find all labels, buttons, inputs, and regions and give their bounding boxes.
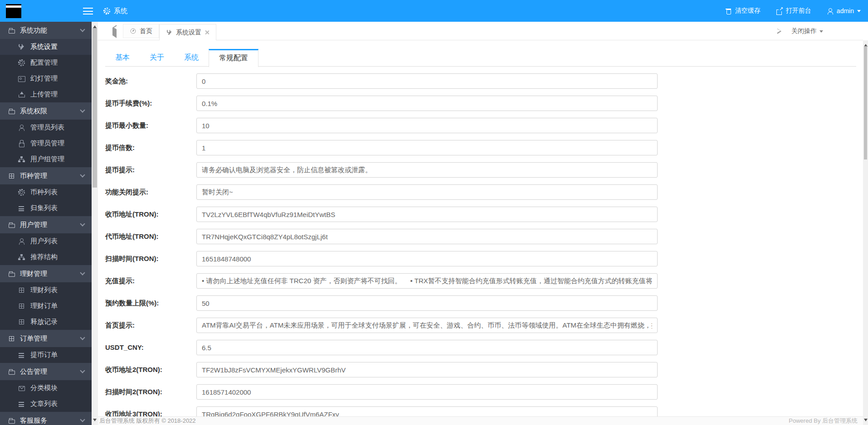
chevron-down-icon	[80, 27, 85, 32]
tab-basic[interactable]: 基本	[105, 49, 140, 66]
deposit-tip-input[interactable]	[196, 273, 658, 289]
home-tip-input[interactable]	[196, 318, 658, 333]
sidebar-item-user-list[interactable]: 用户列表	[0, 233, 92, 249]
sidebar-item-referral-structure[interactable]: 推荐结构	[0, 249, 92, 265]
withdraw-multiple-input[interactable]	[196, 140, 658, 155]
form-row-scan-time-tron: 扫描时间(TRON):	[105, 251, 658, 266]
sidebar-item-category-modules[interactable]: 分类模块	[0, 380, 92, 396]
upload-icon	[18, 91, 25, 98]
sidebar-scrollbar-thumb[interactable]	[93, 28, 97, 188]
external-link-icon	[776, 8, 783, 14]
tab-system-settings-label: 系统设置	[176, 29, 201, 37]
field-label: 奖金池:	[105, 73, 196, 89]
sidebar-item-wealth-orders[interactable]: 理财订单	[0, 298, 92, 314]
bonus-pool-input[interactable]	[196, 73, 658, 89]
receive-address3-tron-input[interactable]	[196, 406, 658, 416]
sidebar-group-announcement-management[interactable]: 公告管理	[0, 363, 92, 380]
sidebar-group-order-management[interactable]: 订单管理	[0, 330, 92, 347]
field-label: 扫描时间2(TRON):	[105, 384, 196, 400]
scroll-down-arrow-icon[interactable]	[93, 419, 97, 423]
withdraw-min-input[interactable]	[196, 118, 658, 133]
sidebar-item-upload-management[interactable]: 上传管理	[0, 87, 92, 102]
sidebar-group-system-functions[interactable]: 系统功能	[0, 22, 92, 39]
form-row-deposit-tip: 充值提示:	[105, 273, 658, 289]
user-menu[interactable]: admin	[827, 7, 861, 14]
tabs-scroll-left-button[interactable]	[112, 28, 117, 36]
open-frontend-button[interactable]: 打开前台	[776, 7, 811, 15]
content-scrollbar-thumb[interactable]	[864, 46, 867, 159]
sidebar-item-label: 理财订单	[30, 302, 58, 310]
sidebar-item-slides-management[interactable]: 幻灯管理	[0, 71, 92, 87]
sidebar-item-admin-list[interactable]: 管理员列表	[0, 120, 92, 135]
sidebar-item-collection-list[interactable]: 归集列表	[0, 200, 92, 216]
sidebar-item-label: 管理员列表	[30, 123, 64, 132]
sidebar-item-admin-management[interactable]: 管理员管理	[0, 135, 92, 151]
sidebar-item-wealth-list[interactable]: 理财列表	[0, 282, 92, 298]
hamburger-menu-icon[interactable]	[83, 8, 93, 14]
clear-cache-button[interactable]: 清空缓存	[725, 7, 761, 15]
sidebar-item-coin-list[interactable]: 币种列表	[0, 184, 92, 200]
copyright-text: 后台管理系统 版权所有 © 2018-2022	[99, 417, 196, 425]
withdraw-fee-input[interactable]	[196, 96, 658, 111]
username: admin	[837, 7, 854, 14]
sidebar-item-usergroup-management[interactable]: 用户组管理	[0, 151, 92, 167]
reserve-limit-input[interactable]	[196, 295, 658, 311]
trash-icon	[725, 8, 732, 14]
sidebar-scrollbar[interactable]	[92, 22, 98, 425]
sidebar-group-user-management[interactable]: 用户管理	[0, 216, 92, 233]
sidebar-item-label: 文章列表	[30, 400, 58, 408]
sidebar-item-config-management[interactable]: 配置管理	[0, 55, 92, 71]
scan-time-tron-input[interactable]	[196, 251, 658, 266]
scan-time2-tron-input[interactable]	[196, 384, 658, 400]
form-row-withdraw-multiple: 提币倍数:	[105, 140, 658, 155]
app-logo	[6, 4, 21, 18]
field-label: 提币最小数量:	[105, 118, 196, 133]
close-operations-dropdown[interactable]: 关闭操作	[791, 27, 823, 35]
usdt-cny-input[interactable]	[196, 340, 658, 355]
settings-tabs: 基本 关于 系统 常规配置	[105, 49, 856, 67]
sidebar-item-system-settings[interactable]: 系统设置	[0, 39, 92, 55]
token-address-tron-input[interactable]	[196, 229, 658, 244]
image-icon	[18, 75, 25, 82]
form-row-receive-address-tron: 收币地址(TRON):	[105, 207, 658, 222]
list-icon	[18, 401, 25, 407]
folder-icon	[8, 108, 15, 115]
field-label: 收币地址2(TRON):	[105, 362, 196, 377]
tab-system[interactable]: 系统	[174, 49, 209, 66]
form-row-home-tip: 首页提示:	[105, 318, 658, 333]
sidebar-group-customer-service[interactable]: 客服服务	[0, 412, 92, 425]
sidebar-group-system-permissions[interactable]: 系统权限	[0, 102, 92, 120]
withdraw-tip-input[interactable]	[196, 162, 658, 178]
receive-address2-tron-input[interactable]	[196, 362, 658, 377]
sidebar-group-label: 客服服务	[20, 416, 47, 425]
grid-icon	[18, 303, 25, 309]
form-row-bonus-pool: 奖金池:	[105, 73, 658, 89]
sidebar-item-withdrawal-orders[interactable]: 提币订单	[0, 347, 92, 363]
open-frontend-label: 打开前台	[786, 7, 811, 15]
tab-system-settings[interactable]: 系统设置	[159, 24, 216, 41]
sidebar: 系统功能 系统设置 配置管理 幻灯管理 上传管理 系统权限 管理员列表	[0, 22, 92, 425]
gear-icon	[18, 59, 25, 66]
field-label: 扫描时间(TRON):	[105, 251, 196, 266]
scroll-down-arrow-icon[interactable]	[864, 419, 868, 423]
page-tabbar: 首页 系统设置 关闭操作	[98, 22, 863, 40]
field-label: 收币地址(TRON):	[105, 207, 196, 222]
form-row-token-address-tron: 代币地址(TRON):	[105, 229, 658, 244]
receive-address-tron-input[interactable]	[196, 207, 658, 222]
tab-home[interactable]: 首页	[123, 24, 159, 38]
sidebar-group-label: 系统权限	[20, 107, 47, 116]
tab-about[interactable]: 关于	[140, 49, 174, 66]
sidebar-item-release-records[interactable]: 释放记录	[0, 314, 92, 330]
content-scrollbar[interactable]	[863, 40, 868, 425]
gear-icon	[103, 8, 110, 14]
tabs-scroll-right-button[interactable]	[777, 29, 781, 34]
feature-closed-tip-input[interactable]	[196, 184, 658, 200]
sidebar-item-article-list[interactable]: 文章列表	[0, 396, 92, 412]
sidebar-group-wealth-management[interactable]: 理财管理	[0, 265, 92, 282]
close-tab-icon[interactable]	[205, 30, 210, 35]
chevron-down-icon	[80, 107, 85, 112]
scroll-up-arrow-icon[interactable]	[93, 24, 97, 28]
header-title: 系统	[103, 0, 127, 22]
sidebar-group-coin-management[interactable]: 币种管理	[0, 167, 92, 184]
tab-general-config[interactable]: 常规配置	[209, 49, 258, 67]
